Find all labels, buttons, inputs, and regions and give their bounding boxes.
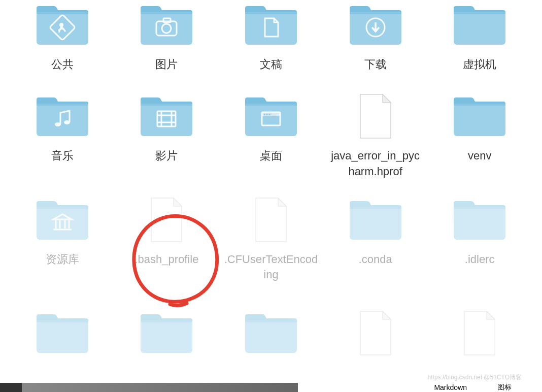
folder-icon [241, 91, 301, 142]
folder-item[interactable]: 公共 [10, 0, 115, 91]
folder-icon [32, 195, 93, 246]
svg-point-19 [64, 120, 70, 124]
svg-rect-45 [454, 207, 505, 240]
file-icon [449, 308, 510, 359]
svg-rect-47 [37, 320, 88, 353]
item-label: .bash_profile [134, 252, 198, 268]
svg-rect-21 [141, 104, 192, 106]
bottom-text-markdown: Markdown [434, 383, 467, 391]
item-label: 影片 [155, 148, 178, 164]
svg-rect-48 [37, 320, 88, 322]
folder-item[interactable]: .idlerc [427, 195, 532, 299]
folder-icon [345, 0, 406, 51]
svg-rect-28 [245, 104, 297, 106]
folder-icon [136, 91, 197, 142]
svg-rect-14 [454, 12, 505, 45]
svg-rect-12 [350, 12, 401, 14]
item-label: 资源库 [46, 252, 79, 268]
svg-rect-36 [37, 207, 88, 240]
svg-point-33 [268, 114, 270, 115]
folder-item[interactable]: 图片 [115, 0, 219, 91]
svg-rect-20 [141, 104, 192, 136]
item-label: 音乐 [51, 148, 74, 164]
folder-item[interactable]: 资源库 [10, 195, 115, 299]
svg-rect-5 [141, 12, 192, 14]
item-label: 桌面 [260, 148, 282, 164]
svg-rect-49 [141, 320, 192, 353]
folder-icon [32, 91, 93, 142]
folder-icon [449, 195, 510, 246]
file-item[interactable] [323, 298, 428, 389]
folder-item[interactable]: 影片 [115, 91, 219, 195]
svg-point-32 [266, 114, 267, 115]
folder-icon [32, 0, 93, 51]
file-icon [345, 91, 406, 142]
item-label: 文稿 [260, 57, 282, 73]
folder-icon [32, 308, 93, 359]
item-label: venv [468, 148, 491, 164]
item-label: 图片 [155, 57, 178, 73]
svg-rect-9 [245, 12, 297, 45]
file-icon [345, 308, 406, 359]
item-label: 公共 [51, 57, 74, 73]
bottom-text-icon: 图标 [497, 383, 512, 392]
svg-rect-52 [245, 320, 297, 322]
folder-item[interactable]: venv [427, 91, 532, 195]
folder-icon [136, 0, 197, 51]
bottom-status-bar: Markdown 图标 [0, 383, 542, 392]
svg-rect-27 [245, 104, 297, 136]
file-item[interactable]: .CFUserTextEncoding [219, 195, 323, 299]
item-label: .conda [359, 252, 392, 268]
svg-rect-17 [37, 104, 88, 106]
svg-rect-44 [350, 207, 401, 209]
file-icon [241, 195, 301, 246]
folder-icon [345, 195, 406, 246]
item-label: 下载 [364, 57, 387, 73]
svg-rect-37 [37, 207, 88, 209]
svg-rect-51 [245, 320, 297, 353]
svg-point-18 [55, 122, 61, 126]
folder-item[interactable]: 音乐 [10, 91, 115, 195]
svg-rect-4 [141, 12, 192, 45]
folder-icon [449, 91, 510, 142]
svg-rect-46 [454, 207, 505, 209]
folder-icon [241, 0, 301, 51]
item-label: 虚拟机 [463, 57, 496, 73]
file-icon [136, 195, 197, 246]
file-item[interactable]: java_error_in_pycharm.hprof [323, 91, 428, 195]
folder-item[interactable] [115, 298, 219, 389]
svg-rect-10 [245, 12, 297, 14]
svg-rect-1 [37, 12, 88, 14]
folder-item[interactable]: 桌面 [219, 91, 323, 195]
folder-icon [449, 0, 510, 51]
svg-rect-15 [454, 12, 505, 14]
item-label: .idlerc [465, 252, 495, 268]
folder-item[interactable] [10, 298, 115, 389]
svg-rect-34 [454, 104, 505, 136]
folder-item[interactable]: 虚拟机 [427, 0, 532, 91]
item-label: java_error_in_pycharm.hprof [328, 148, 423, 180]
item-label: .CFUserTextEncoding [224, 252, 318, 283]
file-item[interactable]: .bash_profile [115, 195, 219, 299]
folder-item[interactable] [219, 298, 323, 389]
svg-rect-43 [350, 207, 401, 240]
svg-rect-35 [454, 104, 505, 106]
svg-rect-16 [37, 104, 88, 136]
svg-point-31 [263, 114, 265, 115]
folder-item[interactable]: .conda [323, 195, 428, 299]
finder-icon-grid: 公共 图片 文稿 下载 虚拟机 [0, 0, 542, 389]
folder-icon [136, 308, 197, 359]
folder-item[interactable]: 文稿 [219, 0, 323, 91]
svg-rect-50 [141, 320, 192, 322]
folder-icon [241, 308, 301, 359]
file-item[interactable] [427, 298, 532, 389]
folder-item[interactable]: 下载 [323, 0, 428, 91]
